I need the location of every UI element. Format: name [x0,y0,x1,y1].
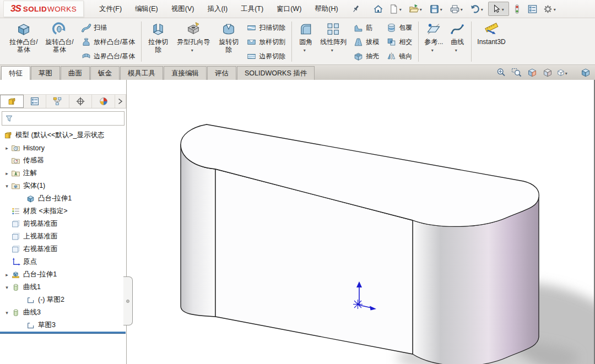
reference-geometry-button[interactable]: 参考... [423,20,445,53]
lofted-boss-button[interactable]: 放样凸台/基体 [79,35,137,49]
rib-button[interactable]: 筋 [351,21,381,35]
tab-solidworks-addins[interactable]: SOLIDWORKS 插件 [237,66,315,80]
tree-item-model-root[interactable]: 模型 (默认<<默认>_显示状态 [0,129,126,142]
revolved-cut-button[interactable]: 旋转切除 [216,20,241,53]
dropdown-caret-icon[interactable] [461,5,466,13]
expand-arrow[interactable]: ▸ [3,145,11,151]
fillet-button[interactable]: 圆角 [296,20,316,53]
swept-boss-button[interactable]: 扫描 [79,21,137,35]
menu-file[interactable]: 文件(F) [93,2,128,16]
hole-wizard-button[interactable]: 异型孔向导 [174,20,213,53]
undo-button[interactable] [468,2,488,16]
tab-property-manager[interactable] [24,95,47,108]
intersect-button[interactable]: 相交 [384,35,414,49]
tree-item-curve1[interactable]: ▾曲线1 [0,281,126,294]
zoom-to-fit-button[interactable] [495,66,507,79]
expand-arrow[interactable]: ▾ [3,183,11,189]
home-button[interactable] [371,2,386,16]
instant3d-button[interactable]: Instant3D [475,20,507,46]
tab-features[interactable]: 特征 [1,66,30,80]
view-orientation-button[interactable] [541,66,554,79]
lofted-cut-button[interactable]: 放样切割 [244,35,288,49]
wrap-button[interactable]: 包覆 [384,21,414,35]
zoom-to-area-button[interactable] [510,66,523,79]
panel-expand-button[interactable] [115,95,126,108]
tree-filter-box[interactable] [2,111,125,126]
menu-tools[interactable]: 工具(T) [234,2,270,16]
dropdown-caret-icon[interactable] [399,5,404,13]
tab-direct-editing[interactable]: 直接编辑 [164,66,207,80]
tab-surfaces[interactable]: 曲面 [61,66,90,80]
menu-view[interactable]: 视图(V) [165,2,201,16]
extruded-boss-button[interactable]: 拉伸凸台/基体 [7,20,40,53]
tab-mold-tools[interactable]: 模具工具 [120,66,163,80]
options-button[interactable] [540,2,560,16]
open-button[interactable] [407,2,426,16]
menu-edit[interactable]: 编辑(E) [128,2,165,16]
dropdown-caret-icon[interactable] [440,5,445,13]
tab-sketch[interactable]: 草图 [31,66,60,80]
new-document-button[interactable] [386,2,406,16]
model-left-surface[interactable] [181,144,215,317]
swept-cut-button[interactable]: 扫描切除 [244,21,288,35]
dropdown-caret-icon[interactable] [455,46,460,53]
tree-item-body-boss-extrude1[interactable]: 凸台-拉伸1 [0,192,126,205]
draft-button[interactable]: 拔模 [351,35,381,49]
mirror-button[interactable]: 镜向 [384,50,414,63]
tree-item-material[interactable]: 材质 <未指定> [0,205,126,218]
boundary-boss-button[interactable]: 边界凸台/基体 [79,50,137,63]
tab-feature-tree[interactable] [0,95,24,108]
shell-button[interactable]: 抽壳 [351,50,381,63]
panel-splitter-handle[interactable] [123,276,133,325]
menu-window[interactable]: 窗口(W) [270,2,308,16]
tree-item-origin[interactable]: 原点 [0,256,126,268]
pin-menu-button[interactable] [348,2,363,16]
tree-item-boss-extrude1[interactable]: ▸凸台-拉伸1 [0,268,126,281]
tab-configuration-manager[interactable] [46,95,69,108]
revolved-boss-button[interactable]: 旋转凸台/基体 [43,20,76,53]
dropdown-caret-icon[interactable] [502,5,507,13]
tab-evaluate[interactable]: 评估 [207,66,236,80]
boundary-cut-button[interactable]: 边界切除 [244,50,288,63]
tab-sheet-metal[interactable]: 钣金 [90,66,120,80]
expand-arrow[interactable]: ▸ [3,171,11,176]
section-view-button[interactable] [526,66,538,79]
dropdown-caret-icon[interactable] [481,5,486,13]
display-style-button[interactable] [556,66,569,79]
expand-arrow[interactable]: ▾ [3,285,11,290]
tree-item-solid-bodies[interactable]: ▾实体(1) [0,180,126,192]
menu-insert[interactable]: 插入(I) [201,2,234,16]
extruded-cut-button[interactable]: 拉伸切除 [145,20,171,53]
expand-arrow[interactable]: ▸ [3,272,11,278]
curves-button[interactable]: 曲线 [447,20,467,53]
rebuild-button[interactable] [510,2,524,16]
tree-item-sketch2[interactable]: (-) 草图2 [0,294,126,306]
tree-item-front-plane[interactable]: 前视基准面 [0,218,126,230]
dropdown-caret-icon[interactable] [565,69,569,77]
expand-arrow[interactable]: ▾ [3,310,11,316]
linear-pattern-button[interactable]: 线性阵列 [318,20,348,53]
menu-help[interactable]: 帮助(H) [308,2,344,16]
file-properties-button[interactable] [525,2,540,16]
tree-item-right-plane[interactable]: 右视基准面 [0,243,126,256]
dropdown-caret-icon[interactable] [554,5,559,13]
tree-item-history[interactable]: ▸History [0,142,126,154]
tree-item-sketch3[interactable]: 草图3 [0,319,126,332]
tab-dimxpert[interactable] [69,95,93,108]
save-button[interactable] [427,2,447,16]
tab-display-manager[interactable] [92,95,115,108]
view-settings-button[interactable] [579,66,592,79]
print-button[interactable] [447,2,467,16]
viewport-3d[interactable] [127,80,595,364]
tree-item-top-plane[interactable]: 上视基准面 [0,230,126,243]
dropdown-caret-icon[interactable] [420,5,425,13]
dropdown-caret-icon[interactable] [191,46,196,53]
dropdown-caret-icon[interactable] [431,46,436,53]
tree-item-sensors[interactable]: 传感器 [0,154,126,167]
rollback-bar[interactable] [0,332,126,334]
dropdown-caret-icon[interactable] [304,46,309,53]
tree-item-annotations[interactable]: ▸注解 [0,167,126,180]
dropdown-caret-icon[interactable] [331,46,336,53]
tree-item-curve3[interactable]: ▾曲线3 [0,306,126,319]
select-button[interactable] [488,2,509,16]
